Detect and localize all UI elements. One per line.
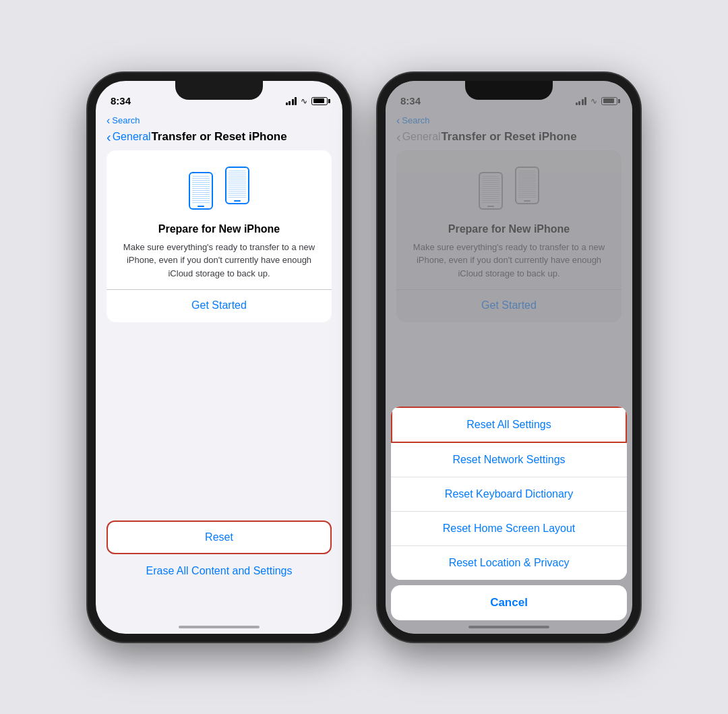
status-icons-left: ∿ bbox=[286, 96, 328, 106]
phone-illustration-left bbox=[120, 167, 318, 214]
wifi-icon-left: ∿ bbox=[301, 96, 307, 106]
phone-icon-left-2 bbox=[225, 167, 249, 204]
signal-bars-left bbox=[286, 97, 297, 105]
left-phone: 8:34 ∿ ‹ Search ‹ General Transfer or Re bbox=[88, 73, 351, 642]
get-started-btn-left[interactable]: Get Started bbox=[120, 299, 318, 311]
action-sheet: Reset All Settings Reset Network Setting… bbox=[386, 401, 632, 634]
nav-bar-left: ‹ General Transfer or Reset iPhone bbox=[96, 128, 342, 150]
reset-location-privacy-item[interactable]: Reset Location & Privacy bbox=[391, 546, 627, 580]
battery-fill-left bbox=[313, 98, 324, 103]
battery-icon-left bbox=[311, 97, 328, 105]
phone-pair-left bbox=[189, 167, 249, 214]
reset-network-settings-item[interactable]: Reset Network Settings bbox=[391, 443, 627, 477]
prepare-divider-left bbox=[107, 289, 332, 290]
home-indicator-left bbox=[179, 626, 260, 628]
bottom-section-left: Reset Erase All Content and Settings bbox=[107, 520, 332, 580]
reset-button-left[interactable]: Reset bbox=[107, 520, 332, 554]
reset-all-settings-item[interactable]: Reset All Settings bbox=[391, 407, 627, 443]
phone-screen-left: 8:34 ∿ ‹ Search ‹ General Transfer or Re bbox=[96, 81, 342, 634]
action-sheet-overlay: Reset All Settings Reset Network Setting… bbox=[386, 81, 632, 634]
erase-button-left[interactable]: Erase All Content and Settings bbox=[107, 562, 332, 580]
reset-home-screen-layout-item[interactable]: Reset Home Screen Layout bbox=[391, 512, 627, 546]
phone-icon-left-1 bbox=[189, 172, 213, 210]
nav-title-left: Transfer or Reset iPhone bbox=[151, 130, 286, 144]
cancel-button[interactable]: Cancel bbox=[391, 585, 627, 620]
action-sheet-group: Reset All Settings Reset Network Setting… bbox=[391, 407, 627, 580]
phone-screen-right: 8:34 ∿ ‹ Search ‹ bbox=[386, 81, 632, 634]
notch-left bbox=[175, 81, 263, 100]
status-time-left: 8:34 bbox=[111, 95, 131, 107]
prepare-desc-left: Make sure everything's ready to transfer… bbox=[120, 241, 318, 280]
screen-content-left: Prepare for New iPhone Make sure everyth… bbox=[96, 150, 342, 336]
right-phone: 8:34 ∿ ‹ Search ‹ bbox=[377, 73, 640, 642]
reset-keyboard-dictionary-item[interactable]: Reset Keyboard Dictionary bbox=[391, 477, 627, 512]
prepare-card-left: Prepare for New iPhone Make sure everyth… bbox=[107, 150, 332, 323]
search-back-left[interactable]: ‹ Search bbox=[96, 115, 342, 128]
nav-back-left[interactable]: ‹ General bbox=[107, 129, 151, 145]
prepare-title-left: Prepare for New iPhone bbox=[120, 223, 318, 235]
